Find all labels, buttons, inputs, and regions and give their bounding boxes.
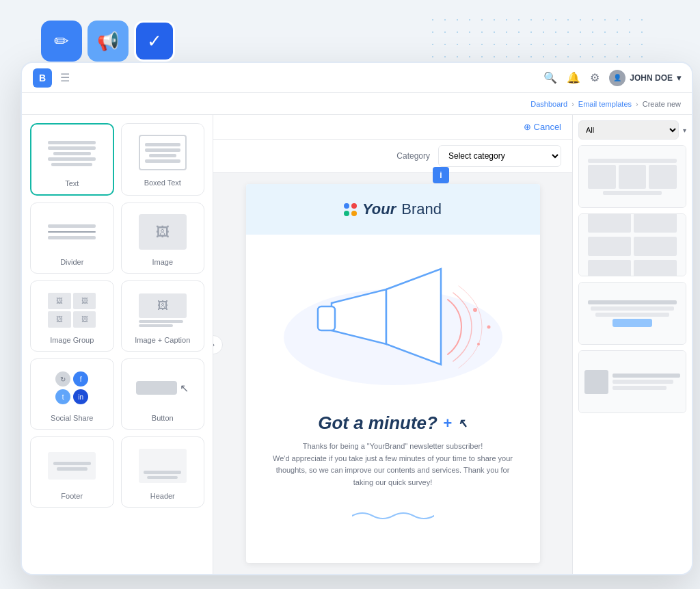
cancel-button[interactable]: ⊕ Cancel <box>524 122 561 132</box>
image-placeholder-icon: 🖼 <box>156 224 170 240</box>
top-icon-group: ✏ 📢 ✓ <box>41 21 175 62</box>
main-content: Text Boxed Text <box>22 115 692 574</box>
check-icon[interactable]: ✓ <box>134 21 175 62</box>
info-button[interactable]: i <box>433 167 449 183</box>
email-preview-area: › ⊕ Cancel Category Select category <box>213 115 572 574</box>
component-divider[interactable]: Divider <box>30 202 114 274</box>
email-illustration <box>246 235 540 399</box>
text-label: Text <box>65 179 79 187</box>
divider-preview <box>44 210 99 254</box>
image-group-preview: 🖼 🖼 🖼 🖼 <box>44 288 99 332</box>
boxed-text-label: Boxed Text <box>144 179 181 187</box>
image-label: Image <box>152 258 173 266</box>
divider-label: Divider <box>60 258 83 266</box>
linkedin-icon: in <box>73 389 88 404</box>
image-caption-preview: 🖼 <box>135 288 190 332</box>
breadcrumb-sep2: › <box>636 100 638 108</box>
template-card-4[interactable] <box>578 350 686 413</box>
form-row: Category Select category <box>213 140 572 173</box>
template-thumb-2 <box>579 214 686 276</box>
template-thumb-1 <box>579 146 686 207</box>
brand-logo: YourBrand <box>260 200 526 218</box>
image-preview: 🖼 <box>135 210 190 254</box>
header-preview <box>135 444 190 488</box>
notification-icon[interactable]: 🔔 <box>567 71 580 84</box>
breadcrumb-sep1: › <box>571 100 574 108</box>
user-profile[interactable]: 👤 JOHN DOE ▾ <box>609 70 681 86</box>
settings-icon[interactable]: ⚙ <box>590 71 600 84</box>
component-image-group[interactable]: 🖼 🖼 🖼 🖼 Image Group <box>30 280 114 352</box>
email-toolbar: ⊕ Cancel <box>213 115 572 140</box>
username: JOHN DOE <box>630 73 673 83</box>
component-button[interactable]: ↖ Button <box>121 358 205 430</box>
breadcrumb-email-templates[interactable]: Email templates <box>578 100 632 108</box>
cta-plus-icon: + <box>443 415 452 432</box>
twitter-icon: t <box>55 389 70 404</box>
template-card-2[interactable] <box>578 213 686 276</box>
components-grid: Text Boxed Text <box>30 123 204 508</box>
component-image-caption[interactable]: 🖼 Image + Caption <box>121 280 205 352</box>
component-social-share[interactable]: ↻ f t in Social Share <box>30 358 114 430</box>
category-select[interactable]: Select category <box>438 145 561 167</box>
template-card-3[interactable] <box>578 282 686 345</box>
email-header: YourBrand <box>246 184 540 235</box>
component-image[interactable]: 🖼 Image <box>121 202 205 274</box>
email-wave <box>246 502 540 533</box>
text-preview <box>44 131 99 175</box>
social-share-label: Social Share <box>51 414 93 422</box>
svg-point-2 <box>473 308 477 312</box>
component-footer[interactable]: Footer <box>30 436 114 508</box>
template-thumb-3 <box>579 283 686 344</box>
megaphone-illustration <box>260 248 526 385</box>
browser-topbar: B ☰ 🔍 🔔 ⚙ 👤 JOHN DOE ▾ <box>22 63 692 93</box>
boxed-text-preview <box>135 131 190 174</box>
brand-dots <box>344 203 357 216</box>
image-group-label: Image Group <box>50 336 94 344</box>
button-label: Button <box>152 414 174 422</box>
footer-preview <box>44 444 99 488</box>
templates-filter-select[interactable]: All Basic Feature Promotional <box>578 120 679 140</box>
templates-panel: All Basic Feature Promotional ▾ <box>572 115 692 574</box>
svg-point-3 <box>487 326 490 329</box>
footer-label: Footer <box>61 492 83 500</box>
templates-filter-row: All Basic Feature Promotional ▾ <box>578 120 686 140</box>
component-boxed-text[interactable]: Boxed Text <box>121 123 205 196</box>
button-preview: ↖ <box>135 366 190 410</box>
component-text[interactable]: Text <box>30 123 114 196</box>
breadcrumb: Dashboard › Email templates › Create new <box>22 93 692 115</box>
facebook-icon: f <box>73 371 88 387</box>
cta-heading: Got a minute? + ↖ <box>267 413 520 434</box>
app-logo: B <box>33 68 52 88</box>
email-cta: Got a minute? + ↖ Thanks for being a "Yo… <box>246 399 540 502</box>
svg-point-4 <box>477 343 480 345</box>
cta-cursor-icon: ↖ <box>457 416 468 431</box>
category-label: Category <box>396 151 430 161</box>
breadcrumb-create-new: Create new <box>643 100 681 108</box>
hamburger-menu[interactable]: ☰ <box>60 71 70 84</box>
cancel-circle-icon: ⊕ <box>524 122 531 132</box>
breadcrumb-dashboard[interactable]: Dashboard <box>530 100 567 108</box>
header-label: Header <box>150 492 175 500</box>
edit-icon[interactable]: ✏ <box>41 21 82 62</box>
template-card-1[interactable] <box>578 145 686 208</box>
browser-window: B ☰ 🔍 🔔 ⚙ 👤 JOHN DOE ▾ Dashboard › Email… <box>21 62 693 575</box>
image-caption-label: Image + Caption <box>135 336 190 344</box>
email-canvas[interactable]: YourBrand <box>213 173 572 574</box>
social-share-preview: ↻ f t in <box>44 366 99 410</box>
nav-icons: 🔍 🔔 ⚙ 👤 JOHN DOE ▾ <box>543 70 681 86</box>
filter-chevron-icon: ▾ <box>683 127 686 134</box>
component-header[interactable]: Header <box>121 436 205 508</box>
email-template: YourBrand <box>246 184 540 563</box>
share-icon: ↻ <box>55 371 70 387</box>
megaphone-icon[interactable]: 📢 <box>88 21 129 62</box>
cta-body-text: Thanks for being a "YourBrand" newslette… <box>267 441 520 488</box>
dropdown-arrow: ▾ <box>677 73 681 83</box>
components-panel: Text Boxed Text <box>22 115 213 574</box>
template-thumb-4 <box>579 351 686 413</box>
avatar: 👤 <box>609 70 625 86</box>
svg-rect-1 <box>318 306 335 330</box>
search-icon[interactable]: 🔍 <box>543 71 557 84</box>
